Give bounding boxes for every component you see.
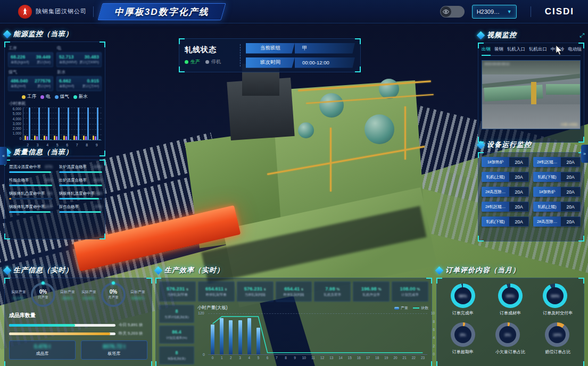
- cisdi-logo: CISDI: [545, 6, 574, 17]
- y-right-tick: 0: [433, 352, 435, 356]
- efficiency-stats-row: 576.231 s当班轧制节奏654.611 s昨班轧制节奏576.231 s当…: [159, 281, 428, 302]
- scene-cylinder-1: [319, 93, 344, 118]
- equipment-title: 设备运行监控: [487, 140, 532, 149]
- efficiency-side-stats: 8当班计划轧制(块)86.4计划完成率(%)8实际轧制(块): [159, 305, 194, 364]
- efficiency-side-stat: 8实际轧制(块): [159, 346, 194, 364]
- equipment-item: 1#加热炉20A: [533, 187, 581, 197]
- scene-railing-5: [404, 106, 406, 160]
- bar: [54, 136, 55, 140]
- bar: [93, 136, 94, 140]
- order-donut: 93%订单及时交付率: [543, 284, 573, 316]
- x-tick-label: 19: [382, 356, 391, 360]
- bar: [48, 107, 49, 140]
- y-tick-label: 0: [19, 137, 21, 141]
- output-chart-legend: 产量块数: [394, 305, 428, 311]
- efficiency-stat: 654.611 s昨班轧制节奏: [198, 281, 235, 302]
- energy-metric-values: 486.040单耗(m³/t)277576累计(m³): [8, 76, 53, 91]
- bar: [40, 139, 42, 140]
- efficiency-title: 生产效率（实时）: [164, 265, 224, 275]
- equipment-item: 轧机(下辊)20A: [482, 217, 529, 227]
- bar: [95, 136, 96, 140]
- page-title: 中厚板3D数字化产线: [114, 5, 209, 18]
- diamond-icon: [435, 266, 444, 274]
- bar: [29, 107, 30, 140]
- inventory-bar: 昨天 5,203 块: [9, 331, 147, 336]
- x-tick-label: 3: [37, 143, 39, 147]
- energy-metric-values: 68.226单耗(kgce/t)39.449累计(tce): [8, 52, 53, 67]
- inventory-box-slab: 8076.72 t 板坯库: [81, 340, 147, 360]
- equipment-grid: 1#加热炉20A2#轧区辊…20A轧机(上辊)20A轧机(下辊)20A2#高压除…: [482, 157, 581, 227]
- energy-metric: 煤气486.040单耗(m³/t)277576累计(m³): [8, 69, 53, 91]
- video-tab-0[interactable]: 出钢: [482, 46, 491, 54]
- bar-slot: [382, 313, 391, 354]
- bar: [38, 107, 40, 140]
- chevron-down-icon: ▼: [507, 9, 512, 14]
- order-donut: 98%订单完成率: [451, 284, 475, 316]
- output-line-series: [208, 313, 368, 366]
- app-header: 陕钢集团汉钢公司 中厚板3D数字化产线 H2309… ▼ CISDI: [0, 0, 588, 23]
- bar: [27, 136, 28, 140]
- video-title: 视频监控: [487, 30, 517, 40]
- energy-metric-name: 新水: [57, 69, 102, 75]
- equipment-item: 轧机(下辊)20A: [533, 172, 581, 182]
- x-tick-label: 6: [66, 143, 68, 147]
- video-tab-1[interactable]: 装钢: [494, 46, 503, 54]
- efficiency-side-stat: 8当班计划轧制(块): [159, 305, 194, 323]
- bar-slot: [409, 313, 418, 354]
- energy-chart-yaxis: 6,0005,0004,0003,0002,0001,0000: [8, 107, 23, 146]
- y-tick-label: 2,000: [13, 127, 21, 131]
- donut-value: 10%: [549, 326, 566, 343]
- orders-title-row: 订单评价内容（当月）: [436, 265, 584, 276]
- cctv-video-frame[interactable]: 2023-09-06 08:12 出钢 1#相机: [482, 60, 581, 129]
- inventory-bar: 今日 5,891 块: [9, 322, 147, 328]
- bar: [63, 136, 65, 140]
- video-tab-5[interactable]: 电动辊: [568, 46, 582, 54]
- bar: [44, 136, 45, 140]
- donut-value: 95%: [502, 287, 519, 304]
- bar: [34, 136, 36, 140]
- bar: [73, 136, 75, 140]
- donut-label: 订单超期率: [451, 349, 475, 355]
- y-right-tick: 2: [433, 344, 435, 348]
- bar-group: [34, 107, 42, 140]
- energy-chart-title: 小时单耗: [9, 101, 102, 106]
- collapse-left-button[interactable]: «: [0, 147, 7, 165]
- y-left-max: 120: [198, 311, 204, 315]
- quality-item: 探伤合格率97%: [59, 204, 103, 213]
- panel-order-evaluation: 订单评价内容（当月） 98%订单完成率95%订单成材率93%订单及时交付率3%订…: [436, 265, 584, 366]
- energy-title-row: 能源监控（当班）: [4, 29, 105, 39]
- header-right: H2309… ▼ CISDI: [440, 5, 588, 19]
- page-title-badge: 中厚板3D数字化产线: [97, 3, 226, 20]
- efficiency-stat: 7.98 %轧机负荷率: [314, 281, 351, 302]
- donut-ring: 95%: [498, 284, 523, 308]
- energy-hourly-chart: 6,0005,0004,0003,0002,0001,000023456789: [8, 107, 102, 146]
- y-right-tick: 4: [433, 336, 435, 339]
- visibility-toggle[interactable]: [440, 6, 465, 18]
- video-box: 出钢装钢轧机入口轧机出口中间冷电动辊 2023-09-06 08:12 出钢 1…: [478, 43, 584, 143]
- collapse-right-button[interactable]: »: [581, 145, 588, 163]
- donut-ring: 3%: [495, 322, 520, 347]
- dashboard-root: 陕钢集团汉钢公司 中厚板3D数字化产线 H2309… ▼ CISDI 能源监控（…: [0, 0, 588, 366]
- dropdown-value: H2309…: [477, 9, 500, 15]
- efficiency-stat: 654.41 s昨班轧制间隔: [276, 281, 312, 302]
- y-tick-label: 6,000: [13, 107, 21, 111]
- donut-label: 订单完成率: [451, 310, 475, 316]
- video-tab-2[interactable]: 轧机入口: [507, 46, 525, 54]
- efficiency-box: 576.231 s当班轧制节奏654.611 s昨班轧制节奏576.231 s当…: [155, 278, 432, 366]
- efficiency-stat: 576.231 s当班轧制节奏: [159, 281, 196, 302]
- panel-energy-monitor: 能源监控（当班） 工序68.226单耗(kgce/t)39.449累计(tce)…: [4, 29, 105, 156]
- scheme-dropdown[interactable]: H2309… ▼: [472, 5, 517, 19]
- company-name: 陕钢集团汉钢公司: [36, 7, 87, 15]
- expand-icon[interactable]: ⤢: [579, 32, 584, 39]
- energy-chart-xlabels: 23456789: [23, 143, 102, 147]
- energy-metric-name: 电: [57, 45, 102, 51]
- mouse-cursor: [556, 45, 564, 58]
- output-chart-plot: 12001086420: [208, 313, 427, 355]
- donut-label: 赔偿订单占比: [545, 349, 570, 355]
- donut-label: 订单及时交付率: [543, 310, 573, 316]
- quality-item: 钢板终轧厚度命中率96%: [9, 204, 53, 213]
- donut-value: 3%: [454, 326, 471, 343]
- video-tab-3[interactable]: 轧机出口: [529, 46, 547, 54]
- efficiency-stat: 196.98 %轧机作业率: [353, 281, 390, 302]
- equipment-item: 2#高压除…20A: [533, 217, 581, 227]
